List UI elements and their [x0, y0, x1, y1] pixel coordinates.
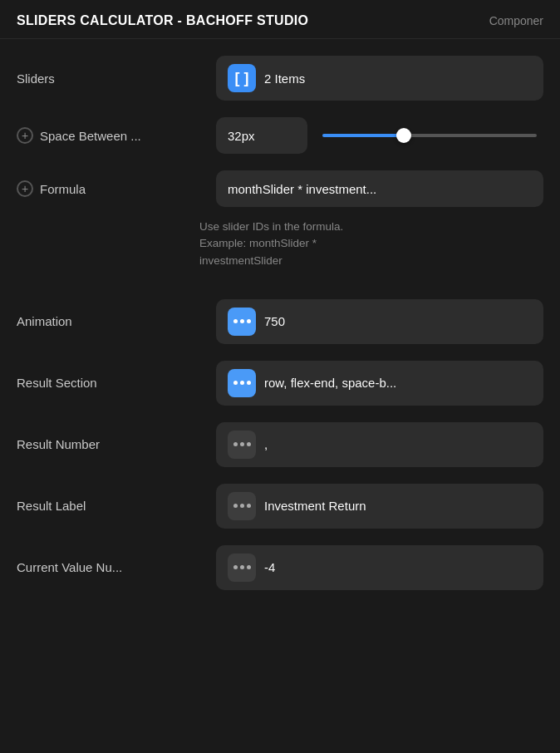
- sliders-field[interactable]: [ ] 2 Items: [216, 56, 543, 101]
- sliders-label: Sliders: [17, 71, 216, 86]
- result-section-row: Result Section row, flex-end, space-b...: [0, 352, 560, 414]
- current-value-field[interactable]: -4: [216, 545, 543, 590]
- animation-label: Animation: [17, 314, 216, 328]
- dot2: [240, 381, 244, 385]
- space-between-input[interactable]: 32px: [216, 117, 307, 154]
- animation-field-container: 750: [216, 299, 543, 344]
- animation-value: 750: [264, 314, 285, 328]
- result-number-field-container: ,: [216, 422, 543, 467]
- result-section-field-container: row, flex-end, space-b...: [216, 361, 543, 406]
- current-value-field-container: -4: [216, 545, 543, 590]
- dot2: [240, 442, 244, 446]
- formula-field[interactable]: monthSlider * investment...: [216, 170, 543, 207]
- space-between-expand-icon[interactable]: +: [17, 127, 33, 144]
- sliders-row: Sliders [ ] 2 Items: [0, 47, 560, 109]
- dot1: [233, 442, 238, 446]
- result-section-label: Result Section: [17, 376, 216, 390]
- result-label-field[interactable]: Investment Return: [216, 484, 543, 529]
- content-area: Sliders [ ] 2 Items + Space Between ... …: [0, 39, 560, 607]
- result-number-value: ,: [264, 437, 268, 451]
- dot1: [233, 381, 238, 385]
- app-title: SLIDERS CALCULATOR - BACHOFF STUDIO: [17, 13, 308, 28]
- slider-track-container[interactable]: [316, 134, 543, 137]
- animation-dots-icon: [228, 308, 256, 336]
- dot3: [247, 565, 251, 569]
- componer-label: Componer: [489, 14, 543, 27]
- dot3: [247, 381, 251, 385]
- result-number-dots-icon: [228, 431, 256, 459]
- dot3: [247, 319, 251, 323]
- current-value-dots-icon: [228, 554, 256, 582]
- result-label-label: Result Label: [17, 499, 216, 513]
- result-label-row: Result Label Investment Return: [0, 475, 560, 537]
- space-between-value: 32px: [228, 129, 255, 143]
- formula-label: + Formula: [17, 180, 216, 197]
- result-section-dots-icon: [228, 369, 256, 397]
- slider-track[interactable]: [322, 134, 537, 137]
- app-header: SLIDERS CALCULATOR - BACHOFF STUDIO Comp…: [0, 0, 560, 39]
- result-label-dots-icon: [228, 492, 256, 520]
- formula-expand-icon[interactable]: +: [17, 180, 33, 197]
- current-value-value: -4: [264, 560, 275, 574]
- sliders-value: 2 Items: [264, 71, 305, 86]
- result-number-field[interactable]: ,: [216, 422, 543, 467]
- formula-field-container: monthSlider * investment...: [216, 170, 543, 207]
- dot3: [247, 504, 251, 508]
- animation-field[interactable]: 750: [216, 299, 543, 344]
- dot1: [233, 565, 238, 569]
- formula-hint: Use slider IDs in the formula. Example: …: [0, 215, 560, 279]
- result-section-value: row, flex-end, space-b...: [264, 376, 396, 390]
- sliders-field-container: [ ] 2 Items: [216, 56, 543, 101]
- dot1: [233, 504, 238, 508]
- current-value-row: Current Value Nu... -4: [0, 537, 560, 598]
- dot2: [240, 319, 244, 323]
- space-between-row: + Space Between ... 32px: [0, 109, 560, 162]
- slider-thumb[interactable]: [396, 128, 411, 143]
- dot2: [240, 565, 244, 569]
- dot2: [240, 504, 244, 508]
- result-section-field[interactable]: row, flex-end, space-b...: [216, 361, 543, 406]
- formula-row: + Formula monthSlider * investment...: [0, 162, 560, 215]
- space-between-label: + Space Between ...: [17, 127, 216, 144]
- dot3: [247, 442, 251, 446]
- result-label-value: Investment Return: [264, 499, 366, 513]
- bracket-icon: [ ]: [228, 64, 256, 92]
- space-between-field-container: 32px: [216, 117, 543, 154]
- current-value-label: Current Value Nu...: [17, 560, 216, 574]
- result-number-label: Result Number: [17, 437, 216, 451]
- dot1: [233, 319, 238, 323]
- result-number-row: Result Number ,: [0, 414, 560, 475]
- animation-row: Animation 750: [0, 291, 560, 352]
- result-label-field-container: Investment Return: [216, 484, 543, 529]
- formula-value: monthSlider * investment...: [228, 182, 376, 196]
